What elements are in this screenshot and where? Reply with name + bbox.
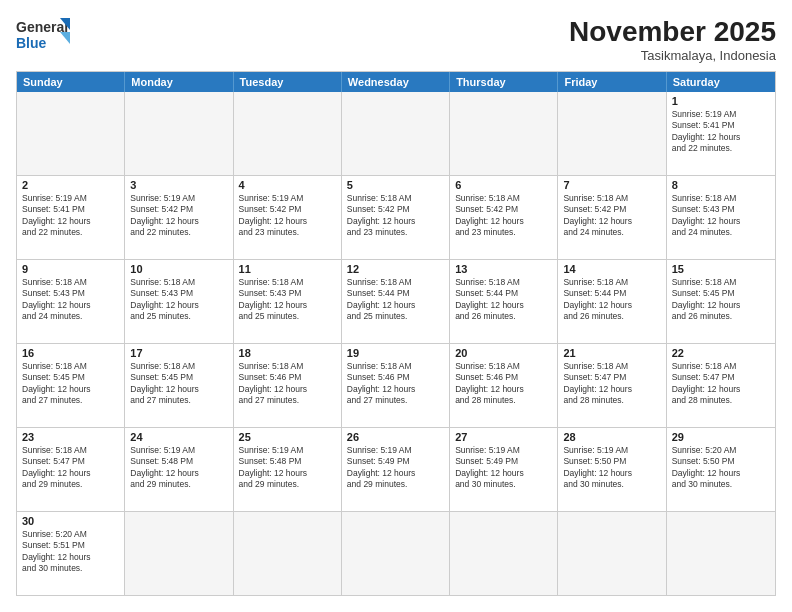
day-cell: 20Sunrise: 5:18 AM Sunset: 5:46 PM Dayli… <box>450 344 558 427</box>
day-number: 21 <box>563 347 660 359</box>
day-cell: 14Sunrise: 5:18 AM Sunset: 5:44 PM Dayli… <box>558 260 666 343</box>
day-cell: 1Sunrise: 5:19 AM Sunset: 5:41 PM Daylig… <box>667 92 775 175</box>
svg-marker-3 <box>60 32 70 44</box>
day-info: Sunrise: 5:19 AM Sunset: 5:50 PM Dayligh… <box>563 445 660 491</box>
day-info: Sunrise: 5:18 AM Sunset: 5:43 PM Dayligh… <box>239 277 336 323</box>
day-info: Sunrise: 5:18 AM Sunset: 5:43 PM Dayligh… <box>130 277 227 323</box>
day-cell: 2Sunrise: 5:19 AM Sunset: 5:41 PM Daylig… <box>17 176 125 259</box>
day-info: Sunrise: 5:20 AM Sunset: 5:50 PM Dayligh… <box>672 445 770 491</box>
day-cell <box>342 92 450 175</box>
day-info: Sunrise: 5:18 AM Sunset: 5:42 PM Dayligh… <box>455 193 552 239</box>
day-number: 16 <box>22 347 119 359</box>
day-cell: 29Sunrise: 5:20 AM Sunset: 5:50 PM Dayli… <box>667 428 775 511</box>
day-number: 17 <box>130 347 227 359</box>
location-subtitle: Tasikmalaya, Indonesia <box>569 48 776 63</box>
day-number: 24 <box>130 431 227 443</box>
day-number: 6 <box>455 179 552 191</box>
week-row-3: 9Sunrise: 5:18 AM Sunset: 5:43 PM Daylig… <box>17 259 775 343</box>
day-cell: 16Sunrise: 5:18 AM Sunset: 5:45 PM Dayli… <box>17 344 125 427</box>
page: GeneralBlue November 2025 Tasikmalaya, I… <box>0 0 792 612</box>
day-cell: 9Sunrise: 5:18 AM Sunset: 5:43 PM Daylig… <box>17 260 125 343</box>
day-number: 20 <box>455 347 552 359</box>
day-info: Sunrise: 5:18 AM Sunset: 5:47 PM Dayligh… <box>672 361 770 407</box>
day-cell: 10Sunrise: 5:18 AM Sunset: 5:43 PM Dayli… <box>125 260 233 343</box>
day-number: 11 <box>239 263 336 275</box>
day-info: Sunrise: 5:18 AM Sunset: 5:45 PM Dayligh… <box>672 277 770 323</box>
day-cell <box>125 512 233 595</box>
day-info: Sunrise: 5:19 AM Sunset: 5:48 PM Dayligh… <box>130 445 227 491</box>
week-row-5: 23Sunrise: 5:18 AM Sunset: 5:47 PM Dayli… <box>17 427 775 511</box>
day-cell: 6Sunrise: 5:18 AM Sunset: 5:42 PM Daylig… <box>450 176 558 259</box>
day-cell <box>558 512 666 595</box>
day-info: Sunrise: 5:18 AM Sunset: 5:43 PM Dayligh… <box>672 193 770 239</box>
day-info: Sunrise: 5:18 AM Sunset: 5:42 PM Dayligh… <box>563 193 660 239</box>
day-info: Sunrise: 5:18 AM Sunset: 5:45 PM Dayligh… <box>22 361 119 407</box>
day-cell <box>17 92 125 175</box>
day-cell <box>558 92 666 175</box>
day-cell: 8Sunrise: 5:18 AM Sunset: 5:43 PM Daylig… <box>667 176 775 259</box>
day-headers-row: SundayMondayTuesdayWednesdayThursdayFrid… <box>17 72 775 92</box>
day-number: 15 <box>672 263 770 275</box>
day-header-thursday: Thursday <box>450 72 558 92</box>
day-number: 5 <box>347 179 444 191</box>
day-info: Sunrise: 5:18 AM Sunset: 5:44 PM Dayligh… <box>455 277 552 323</box>
day-cell: 17Sunrise: 5:18 AM Sunset: 5:45 PM Dayli… <box>125 344 233 427</box>
day-header-monday: Monday <box>125 72 233 92</box>
day-number: 27 <box>455 431 552 443</box>
day-info: Sunrise: 5:18 AM Sunset: 5:45 PM Dayligh… <box>130 361 227 407</box>
day-number: 28 <box>563 431 660 443</box>
day-info: Sunrise: 5:19 AM Sunset: 5:42 PM Dayligh… <box>239 193 336 239</box>
month-year-title: November 2025 <box>569 16 776 48</box>
day-info: Sunrise: 5:18 AM Sunset: 5:46 PM Dayligh… <box>347 361 444 407</box>
day-cell: 5Sunrise: 5:18 AM Sunset: 5:42 PM Daylig… <box>342 176 450 259</box>
day-number: 22 <box>672 347 770 359</box>
day-info: Sunrise: 5:19 AM Sunset: 5:49 PM Dayligh… <box>347 445 444 491</box>
day-cell: 24Sunrise: 5:19 AM Sunset: 5:48 PM Dayli… <box>125 428 233 511</box>
day-info: Sunrise: 5:18 AM Sunset: 5:43 PM Dayligh… <box>22 277 119 323</box>
calendar: SundayMondayTuesdayWednesdayThursdayFrid… <box>16 71 776 596</box>
day-cell: 26Sunrise: 5:19 AM Sunset: 5:49 PM Dayli… <box>342 428 450 511</box>
day-header-friday: Friday <box>558 72 666 92</box>
calendar-body: 1Sunrise: 5:19 AM Sunset: 5:41 PM Daylig… <box>17 92 775 595</box>
day-header-tuesday: Tuesday <box>234 72 342 92</box>
day-cell: 28Sunrise: 5:19 AM Sunset: 5:50 PM Dayli… <box>558 428 666 511</box>
day-info: Sunrise: 5:19 AM Sunset: 5:41 PM Dayligh… <box>22 193 119 239</box>
day-cell: 4Sunrise: 5:19 AM Sunset: 5:42 PM Daylig… <box>234 176 342 259</box>
day-cell: 11Sunrise: 5:18 AM Sunset: 5:43 PM Dayli… <box>234 260 342 343</box>
day-number: 9 <box>22 263 119 275</box>
day-number: 8 <box>672 179 770 191</box>
day-cell: 18Sunrise: 5:18 AM Sunset: 5:46 PM Dayli… <box>234 344 342 427</box>
day-info: Sunrise: 5:19 AM Sunset: 5:49 PM Dayligh… <box>455 445 552 491</box>
day-cell <box>125 92 233 175</box>
day-number: 23 <box>22 431 119 443</box>
day-info: Sunrise: 5:18 AM Sunset: 5:47 PM Dayligh… <box>22 445 119 491</box>
day-cell <box>667 512 775 595</box>
day-number: 26 <box>347 431 444 443</box>
day-header-saturday: Saturday <box>667 72 775 92</box>
day-cell: 3Sunrise: 5:19 AM Sunset: 5:42 PM Daylig… <box>125 176 233 259</box>
day-number: 10 <box>130 263 227 275</box>
day-info: Sunrise: 5:18 AM Sunset: 5:44 PM Dayligh… <box>347 277 444 323</box>
week-row-1: 1Sunrise: 5:19 AM Sunset: 5:41 PM Daylig… <box>17 92 775 175</box>
day-number: 2 <box>22 179 119 191</box>
day-number: 13 <box>455 263 552 275</box>
day-number: 4 <box>239 179 336 191</box>
day-cell <box>234 92 342 175</box>
day-number: 30 <box>22 515 119 527</box>
day-number: 12 <box>347 263 444 275</box>
day-cell: 25Sunrise: 5:19 AM Sunset: 5:48 PM Dayli… <box>234 428 342 511</box>
day-cell: 15Sunrise: 5:18 AM Sunset: 5:45 PM Dayli… <box>667 260 775 343</box>
svg-text:Blue: Blue <box>16 35 47 51</box>
svg-text:General: General <box>16 19 68 35</box>
day-cell: 27Sunrise: 5:19 AM Sunset: 5:49 PM Dayli… <box>450 428 558 511</box>
day-number: 18 <box>239 347 336 359</box>
day-header-sunday: Sunday <box>17 72 125 92</box>
day-cell: 23Sunrise: 5:18 AM Sunset: 5:47 PM Dayli… <box>17 428 125 511</box>
day-cell: 19Sunrise: 5:18 AM Sunset: 5:46 PM Dayli… <box>342 344 450 427</box>
logo: GeneralBlue <box>16 16 72 56</box>
day-info: Sunrise: 5:19 AM Sunset: 5:41 PM Dayligh… <box>672 109 770 155</box>
day-cell: 30Sunrise: 5:20 AM Sunset: 5:51 PM Dayli… <box>17 512 125 595</box>
day-info: Sunrise: 5:20 AM Sunset: 5:51 PM Dayligh… <box>22 529 119 575</box>
day-info: Sunrise: 5:18 AM Sunset: 5:47 PM Dayligh… <box>563 361 660 407</box>
day-info: Sunrise: 5:19 AM Sunset: 5:48 PM Dayligh… <box>239 445 336 491</box>
